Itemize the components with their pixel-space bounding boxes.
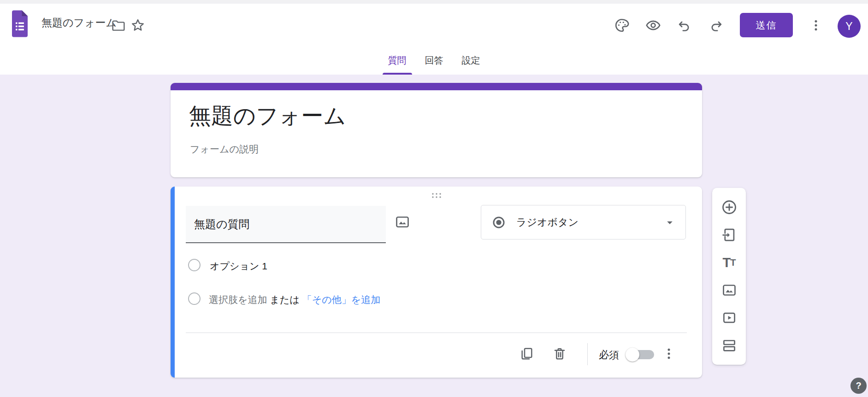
add-section-button[interactable]	[720, 336, 738, 355]
add-image-to-question-button[interactable]	[392, 212, 413, 232]
image-icon	[721, 282, 737, 298]
tt-icon: T	[723, 256, 731, 269]
required-toggle-knob	[626, 348, 639, 362]
tab-bar: 質問 回答 設定	[0, 46, 868, 75]
add-option-radio	[188, 292, 201, 305]
palette-icon	[614, 18, 630, 33]
add-title-text-button[interactable]: TT	[720, 253, 738, 272]
form-title-field[interactable]: 無題のフォーム	[189, 101, 346, 131]
required-toggle[interactable]	[627, 350, 654, 359]
add-option-row: 選択肢を追加 または 「その他」を追加	[209, 293, 380, 306]
send-button[interactable]: 送信	[740, 13, 793, 37]
trash-icon	[552, 346, 567, 361]
more-vert-icon	[662, 347, 676, 361]
more-vert-icon	[809, 18, 823, 32]
redo-button[interactable]	[706, 15, 726, 35]
option-1-label[interactable]: オプション 1	[210, 260, 267, 273]
add-image-button[interactable]	[720, 281, 738, 299]
star-icon	[130, 18, 146, 33]
add-other-option-link[interactable]: 「その他」を追加	[302, 294, 380, 305]
add-option-or-text: または	[270, 294, 302, 305]
required-label: 必須	[599, 348, 619, 362]
duplicate-question-button[interactable]	[515, 343, 537, 365]
form-description-field[interactable]: フォームの説明	[190, 143, 259, 156]
radio-button-type-icon	[491, 215, 506, 230]
question-more-options-button[interactable]	[658, 343, 680, 365]
move-to-folder-button[interactable]	[108, 15, 128, 35]
tab-questions[interactable]: 質問	[385, 46, 409, 75]
video-icon	[721, 310, 737, 326]
add-option-placeholder[interactable]: 選択肢を追加	[209, 294, 267, 305]
tab-settings-label: 設定	[462, 54, 480, 67]
more-options-button[interactable]	[806, 15, 826, 35]
customize-theme-button[interactable]	[612, 15, 632, 35]
import-questions-icon	[721, 227, 737, 243]
browser-edge-strip	[0, 0, 868, 4]
tab-responses[interactable]: 回答	[422, 46, 446, 75]
active-tab-indicator	[383, 73, 412, 75]
import-questions-button[interactable]	[720, 226, 738, 244]
dropdown-arrow-icon	[663, 216, 676, 229]
question-title-value: 無題の質問	[186, 217, 250, 232]
delete-question-button[interactable]	[549, 343, 571, 365]
document-title[interactable]: 無題のフォーム	[41, 16, 117, 30]
preview-button[interactable]	[643, 15, 663, 35]
google-forms-editor: 無題のフォーム	[0, 0, 868, 397]
help-icon: ?	[856, 380, 861, 391]
forms-logo-icon[interactable]	[12, 10, 28, 37]
option-1-radio	[188, 259, 201, 271]
theme-color-band	[171, 83, 702, 90]
question-type-dropdown[interactable]: ラジオボタン	[481, 205, 686, 239]
app-header: 無題のフォーム	[0, 4, 868, 75]
add-video-button[interactable]	[720, 309, 738, 327]
form-title-card: 無題のフォーム フォームの説明	[171, 83, 702, 177]
add-question-button[interactable]	[720, 198, 738, 216]
question-type-selected-label: ラジオボタン	[516, 216, 579, 229]
tab-questions-label: 質問	[388, 54, 407, 67]
undo-icon	[677, 18, 692, 33]
tab-responses-label: 回答	[425, 54, 443, 67]
plus-circle-icon	[721, 199, 738, 216]
star-button[interactable]	[128, 15, 148, 35]
drag-handle-icon[interactable]	[431, 192, 442, 198]
question-title-input[interactable]: 無題の質問	[186, 206, 386, 243]
question-footer-divider	[186, 333, 687, 333]
eye-icon	[645, 18, 661, 33]
folder-icon	[111, 18, 125, 33]
account-avatar[interactable]: Y	[838, 15, 861, 38]
duplicate-icon	[519, 346, 534, 361]
question-card: 無題の質問 ラジオボタン オプション 1 選択肢を追加	[171, 187, 702, 378]
tab-settings[interactable]: 設定	[459, 46, 483, 75]
help-button[interactable]: ?	[850, 378, 867, 394]
undo-button[interactable]	[674, 15, 695, 35]
question-toolbar: TT	[712, 188, 746, 365]
footer-divider-vertical	[587, 343, 588, 365]
redo-icon	[709, 18, 723, 33]
image-icon	[395, 214, 410, 230]
add-section-icon	[721, 338, 737, 353]
selected-question-indicator	[171, 187, 175, 378]
